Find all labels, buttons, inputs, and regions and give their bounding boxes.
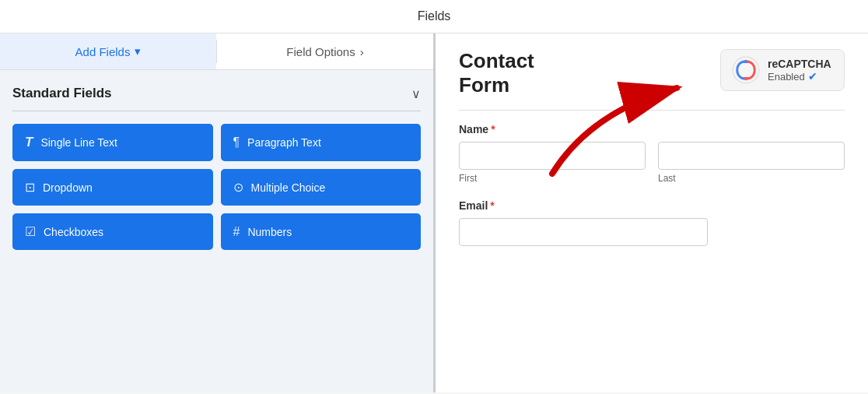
email-input[interactable] (459, 218, 708, 246)
field-options-chevron-icon: › (360, 45, 364, 58)
paragraph-text-icon: ¶ (233, 135, 240, 150)
first-name-sublabel: First (459, 173, 646, 184)
recaptcha-logo-icon (732, 56, 760, 84)
last-name-sublabel: Last (658, 173, 845, 184)
name-required-star: * (491, 123, 495, 135)
standard-fields-header: Standard Fields ∨ (12, 86, 421, 111)
tab-add-fields[interactable]: Add Fields ▾ (0, 33, 216, 69)
checkboxes-button[interactable]: ☑ Checkboxes (12, 213, 213, 250)
name-row: First Last (459, 142, 845, 184)
email-label: Email * (459, 199, 845, 212)
multiple-choice-button[interactable]: ⊙ Multiple Choice (221, 169, 422, 206)
last-name-field: Last (658, 142, 845, 184)
right-panel: ContactForm reCAPTCHA Enabled ✔ (436, 33, 868, 392)
recaptcha-title: reCAPTCHA (768, 58, 831, 70)
numbers-icon: # (233, 225, 240, 239)
left-panel: Add Fields ▾ Field Options › Standard Fi… (0, 33, 436, 392)
fields-grid: T Single Line Text ¶ Paragraph Text ⊡ Dr… (12, 124, 421, 250)
first-name-field: First (459, 142, 646, 184)
multiple-choice-label: Multiple Choice (251, 181, 326, 194)
checkboxes-icon: ☑ (25, 224, 36, 239)
multiple-choice-icon: ⊙ (233, 180, 243, 195)
dropdown-icon: ⊡ (25, 180, 35, 195)
numbers-label: Numbers (247, 226, 292, 238)
recaptcha-enabled-icon: ✔ (808, 70, 817, 83)
dropdown-label: Dropdown (43, 181, 93, 194)
add-fields-chevron-icon: ▾ (135, 44, 141, 58)
tab-bar: Add Fields ▾ Field Options › (0, 33, 433, 70)
tab-field-options[interactable]: Field Options › (217, 33, 433, 69)
single-line-text-icon: T (25, 135, 33, 150)
email-form-group: Email * (459, 199, 845, 246)
top-bar: Fields (0, 0, 868, 33)
last-name-input[interactable] (658, 142, 845, 170)
form-fields: Name * First Last Email * (459, 123, 845, 246)
checkboxes-label: Checkboxes (44, 226, 103, 238)
form-header: ContactForm reCAPTCHA Enabled ✔ (459, 49, 845, 111)
single-line-text-label: Single Line Text (40, 136, 117, 149)
field-options-label: Field Options (286, 45, 355, 58)
recaptcha-status-text: Enabled (768, 71, 805, 83)
name-label: Name * (459, 123, 845, 135)
section-collapse-icon[interactable]: ∨ (411, 86, 421, 101)
left-content: Standard Fields ∨ T Single Line Text ¶ P… (0, 70, 433, 392)
single-line-text-button[interactable]: T Single Line Text (12, 124, 213, 161)
add-fields-label: Add Fields (75, 45, 131, 58)
paragraph-text-label: Paragraph Text (247, 136, 321, 149)
numbers-button[interactable]: # Numbers (221, 213, 422, 250)
paragraph-text-button[interactable]: ¶ Paragraph Text (221, 124, 422, 161)
page-title: Fields (418, 9, 451, 23)
email-required-star: * (490, 199, 494, 212)
dropdown-button[interactable]: ⊡ Dropdown (12, 169, 213, 206)
first-name-input[interactable] (459, 142, 646, 170)
form-title: ContactForm (459, 49, 534, 97)
recaptcha-info: reCAPTCHA Enabled ✔ (768, 58, 831, 83)
name-form-group: Name * First Last (459, 123, 845, 184)
recaptcha-badge: reCAPTCHA Enabled ✔ (720, 49, 845, 91)
standard-fields-title: Standard Fields (12, 86, 112, 101)
recaptcha-status: Enabled ✔ (768, 70, 831, 83)
